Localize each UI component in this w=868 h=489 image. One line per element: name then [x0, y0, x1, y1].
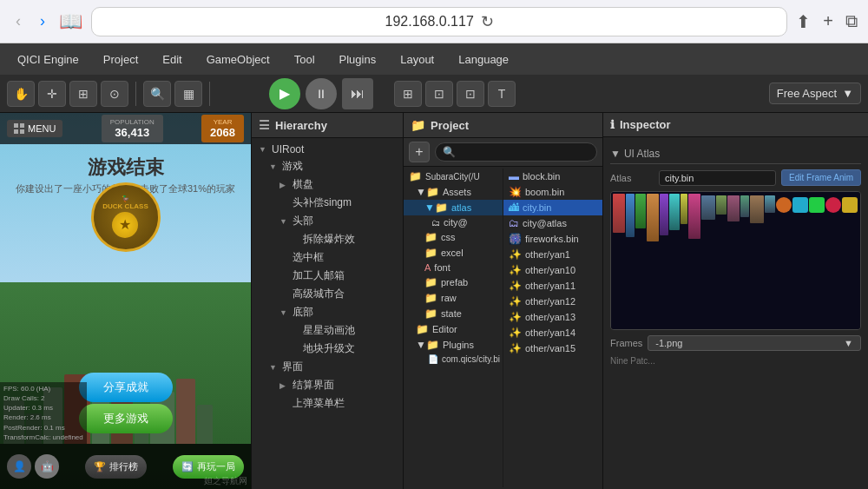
project-add-btn[interactable]: +: [409, 142, 430, 162]
url-bar[interactable]: 192.168.0.117 ↻: [91, 7, 787, 36]
debug-info: FPS: 60.0 (HA) Draw Calls: 2 Updater: 0.…: [0, 382, 87, 444]
proj-item-editor[interactable]: 📁 Editor: [404, 321, 503, 337]
inspector-panel: ℹ Inspector ▼ UI Atlas Atlas city.bin Ed…: [603, 113, 868, 489]
proj-file-yan13[interactable]: ✨ other/yan13: [503, 309, 602, 325]
menu-gameobject[interactable]: GameObject: [196, 50, 280, 69]
aspect-dropdown[interactable]: Free Aspect ▼: [769, 83, 861, 104]
step-button[interactable]: ⏭: [342, 78, 373, 109]
aspect-label: Free Aspect: [777, 87, 837, 100]
game-menu-btn[interactable]: MENU: [7, 120, 62, 137]
tree-item-bottom[interactable]: ▼ 底部: [252, 303, 403, 321]
frames-dropdown[interactable]: -1.png ▼: [648, 335, 861, 351]
project-title: Project: [431, 119, 469, 132]
game-title: 游戏结束: [7, 155, 244, 181]
hand-tool-btn[interactable]: ✋: [7, 81, 35, 107]
game-menu-label: MENU: [28, 123, 56, 134]
tree-item-head-comp[interactable]: 头补偿singm: [252, 194, 403, 212]
project-search[interactable]: 🔍: [435, 142, 597, 162]
tree-item-board[interactable]: ▶ 棋盘: [252, 175, 403, 194]
tree-item-popup[interactable]: 上弹菜单栏: [252, 394, 403, 413]
tabs-icon[interactable]: ⧉: [845, 11, 858, 31]
pause-button[interactable]: ⏸: [306, 78, 337, 109]
add-tab-icon[interactable]: +: [823, 11, 833, 31]
proj-item-excel[interactable]: 📁 excel: [404, 245, 503, 261]
more-games-button[interactable]: 更多游戏: [79, 404, 173, 433]
proj-item-state[interactable]: 📁 state: [404, 306, 503, 321]
frames-arrow-icon: ▼: [844, 338, 853, 348]
tree-item-game[interactable]: ▼ 游戏: [252, 157, 403, 175]
proj-file-yan10[interactable]: ✨ other/yan10: [503, 262, 602, 278]
tree-item-ui[interactable]: ▼ 界面: [252, 358, 403, 376]
menu-edit[interactable]: Edit: [152, 50, 192, 69]
inspector-info-icon: ℹ: [610, 118, 615, 131]
zoom-tool-btn[interactable]: 🔍: [143, 81, 171, 107]
atlas-row: Atlas city.bin Edit Frame Anim: [610, 169, 861, 186]
menu-language[interactable]: Language: [448, 50, 519, 69]
proj-item-font[interactable]: A font: [404, 261, 503, 274]
menu-qici[interactable]: QICI Engine: [7, 50, 89, 69]
share-icon[interactable]: ⬆: [796, 11, 811, 32]
layout-btn-3[interactable]: ⊡: [457, 81, 484, 107]
project-toolbar: + 🔍: [404, 138, 602, 167]
move-tool-btn[interactable]: ✛: [38, 81, 66, 107]
back-button[interactable]: ‹: [10, 9, 26, 34]
browser-chrome: ‹ › 📖 192.168.0.117 ↻ ⬆ + ⧉: [0, 0, 868, 43]
proj-item-subara[interactable]: 📁 SubaraCity(/U: [404, 169, 503, 184]
pivot-tool-btn[interactable]: ⊙: [101, 81, 128, 107]
tree-item-stars[interactable]: 星星动画池: [252, 321, 403, 340]
tree-item-settle[interactable]: ▶ 结算界面: [252, 376, 403, 394]
layout-btn-1[interactable]: ⊞: [394, 81, 422, 107]
tree-item-uiroot[interactable]: ▼ UIRoot: [252, 142, 403, 157]
proj-item-atlas[interactable]: ▼📁 atlas: [404, 200, 503, 215]
menu-tool[interactable]: Tool: [284, 50, 326, 69]
proj-file-yan1[interactable]: ✨ other/yan1: [503, 247, 602, 262]
reload-icon[interactable]: ↻: [481, 12, 494, 31]
frames-value: -1.png: [655, 338, 682, 348]
proj-item-city-atlas[interactable]: 🗂 city@: [404, 215, 503, 229]
tree-item-explode[interactable]: 拆除爆炸效: [252, 230, 403, 248]
proj-file-fireworks-bin[interactable]: 🎆 fireworks.bin: [503, 231, 602, 247]
proj-file-boom-bin[interactable]: 💥 boom.bin: [503, 184, 602, 200]
proj-file-van15[interactable]: ✨ other/van15: [503, 340, 602, 356]
proj-item-assets[interactable]: ▼📁 Assets: [404, 184, 503, 200]
hierarchy-header: ☰ Hierarchy: [252, 113, 403, 138]
menu-project[interactable]: Project: [93, 50, 148, 69]
ranking-button[interactable]: 🏆 排行榜: [85, 455, 147, 479]
layout-btn-4[interactable]: T: [488, 81, 516, 107]
tree-item-worker[interactable]: 加工人邮箱: [252, 267, 403, 285]
game-preview: MENU POPULATION 36,413 YEAR 2068 游戏结束 你建…: [0, 113, 251, 489]
rect-tool-btn[interactable]: ⊞: [69, 81, 97, 107]
atlas-preview: [610, 191, 861, 330]
inspector-title: Inspector: [620, 118, 671, 131]
hierarchy-title: Hierarchy: [275, 119, 327, 132]
proj-file-yan11[interactable]: ✨ other/yan11: [503, 278, 602, 294]
proj-item-css[interactable]: 📁 css: [404, 229, 503, 245]
year-value: 2068: [210, 126, 235, 139]
share-button[interactable]: 分享成就: [79, 373, 173, 402]
play-button[interactable]: ▶: [269, 78, 300, 109]
proj-item-plugins[interactable]: ▼📁 Plugins: [404, 337, 503, 353]
population-value: 36,413: [110, 126, 155, 139]
proj-item-com-qics[interactable]: 📄 com.qics/city.bi: [404, 353, 503, 366]
tree-item-city-upgrade[interactable]: 高级城市合: [252, 285, 403, 303]
bookmark-icon[interactable]: 📖: [59, 10, 82, 33]
tree-item-select-frame[interactable]: 选中框: [252, 248, 403, 267]
proj-file-yan14[interactable]: ✨ other/yan14: [503, 325, 602, 340]
hierarchy-panel: ☰ Hierarchy ▼ UIRoot ▼ 游戏 ▶ 棋盘 头补偿singm …: [252, 113, 404, 489]
grid-tool-btn[interactable]: ▦: [174, 81, 202, 107]
year-stat: YEAR 2068: [201, 115, 244, 142]
forward-button[interactable]: ›: [35, 9, 50, 34]
menu-plugins[interactable]: Plugins: [329, 50, 387, 69]
proj-item-raw[interactable]: 📁 raw: [404, 290, 503, 306]
browser-actions: ⬆ + ⧉: [796, 11, 858, 32]
proj-file-yan12[interactable]: ✨ other/yan12: [503, 294, 602, 309]
edit-frame-anim-btn[interactable]: Edit Frame Anim: [781, 169, 861, 186]
tree-item-land-upgrade[interactable]: 地块升级文: [252, 340, 403, 358]
proj-file-city-bin[interactable]: 🏙 city.bin: [503, 200, 602, 215]
proj-item-prefab[interactable]: 📁 prefab: [404, 274, 503, 290]
layout-btn-2[interactable]: ⊡: [425, 81, 453, 107]
tree-item-head[interactable]: ▼ 头部: [252, 212, 403, 230]
proj-file-block-bin[interactable]: ▬ block.bin: [503, 169, 602, 184]
proj-file-city-atlas[interactable]: 🗂 city@atlas: [503, 215, 602, 231]
menu-layout[interactable]: Layout: [390, 50, 444, 69]
